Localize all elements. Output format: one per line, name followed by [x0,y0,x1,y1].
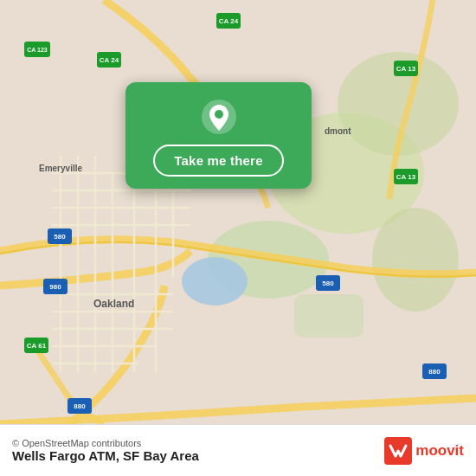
take-me-there-button[interactable]: Take me there [153,145,283,177]
svg-point-4 [372,208,459,312]
map-background: 580 580 980 CA 24 CA 24 CA 123 CA 13 CA … [0,0,476,424]
popup-card: Take me there [125,82,312,189]
svg-text:880: 880 [428,368,441,376]
svg-text:CA 13: CA 13 [396,173,416,181]
svg-rect-5 [294,294,363,338]
svg-text:CA 24: CA 24 [100,56,119,64]
location-name: Wells Fargo ATM, SF Bay Area [12,448,376,463]
bottom-bar: © OpenStreetMap contributors Wells Fargo… [0,424,476,476]
svg-text:dmont: dmont [325,126,351,136]
svg-text:CA 123: CA 123 [27,47,48,53]
svg-text:980: 980 [49,283,61,291]
svg-text:580: 580 [322,280,334,287]
svg-text:Emeryville: Emeryville [39,164,82,173]
moovit-logo: moovit [384,437,464,465]
moovit-label: moovit [415,442,464,460]
location-pin-icon [200,98,238,136]
svg-point-6 [182,257,248,306]
svg-text:580: 580 [54,233,66,241]
svg-text:CA 13: CA 13 [396,65,416,73]
moovit-brand-icon [384,437,412,465]
svg-text:CA 24: CA 24 [219,17,239,25]
copyright-text: © OpenStreetMap contributors [12,438,376,448]
map-container: 580 580 980 CA 24 CA 24 CA 123 CA 13 CA … [0,0,476,424]
svg-text:880: 880 [74,402,86,410]
svg-point-49 [215,110,223,119]
svg-text:CA 61: CA 61 [27,342,47,350]
svg-text:Oakland: Oakland [93,298,134,310]
